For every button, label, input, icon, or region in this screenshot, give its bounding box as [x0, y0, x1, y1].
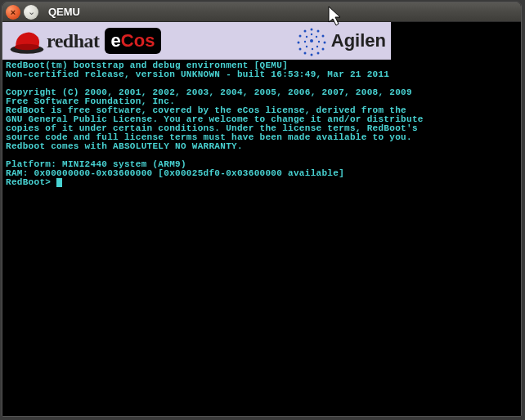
qemu-window: × ⌄ QEMU redhat eCos: [2, 2, 522, 417]
agilent-text: Agilen: [331, 30, 386, 51]
svg-point-10: [298, 48, 301, 51]
svg-point-17: [316, 46, 318, 47]
minimize-icon: ⌄: [28, 7, 35, 17]
window-content: redhat eCos: [2, 22, 521, 416]
svg-point-4: [321, 35, 324, 38]
close-icon: ×: [11, 7, 16, 17]
svg-point-9: [303, 52, 306, 55]
prompt: RedBoot>: [6, 177, 56, 187]
ecos-os: os: [134, 30, 155, 51]
ecos-e: e: [111, 30, 121, 51]
svg-point-15: [316, 36, 317, 38]
agilent-burst-icon: [295, 25, 328, 57]
titlebar[interactable]: × ⌄ QEMU: [2, 2, 521, 22]
terminal-cursor: [56, 178, 62, 187]
svg-point-22: [310, 39, 313, 42]
svg-point-5: [323, 42, 325, 44]
svg-point-18: [312, 48, 313, 50]
ecos-logo: eCos: [105, 28, 162, 54]
svg-point-8: [310, 54, 312, 56]
svg-point-1: [15, 44, 39, 51]
svg-point-2: [310, 29, 312, 31]
svg-point-16: [318, 41, 320, 42]
redhat-logo: redhat: [7, 26, 100, 56]
svg-point-11: [297, 42, 299, 44]
redhat-hat-icon: [7, 26, 47, 56]
svg-point-12: [298, 35, 301, 38]
boot-banner: redhat eCos: [2, 22, 391, 60]
svg-point-14: [311, 34, 312, 35]
ecos-c: C: [121, 30, 134, 51]
svg-point-3: [316, 30, 319, 33]
svg-point-13: [303, 30, 306, 33]
svg-point-19: [306, 46, 307, 47]
svg-point-20: [304, 41, 306, 42]
svg-point-6: [321, 48, 324, 51]
minimize-button[interactable]: ⌄: [24, 5, 38, 20]
agilent-logo: Agilen: [295, 25, 386, 57]
redhat-text: redhat: [47, 30, 100, 52]
boot-line: Non-certified release, version UNKNOWN -…: [6, 69, 389, 79]
window-title: QEMU: [48, 6, 80, 18]
boot-line: Redboot comes with ABSOLUTELY NO WARRANT…: [6, 141, 243, 151]
svg-point-7: [316, 52, 319, 55]
terminal-output[interactable]: RedBoot(tm) bootstrap and debug environm…: [2, 60, 521, 187]
svg-point-21: [306, 36, 307, 38]
close-button[interactable]: ×: [6, 5, 20, 20]
